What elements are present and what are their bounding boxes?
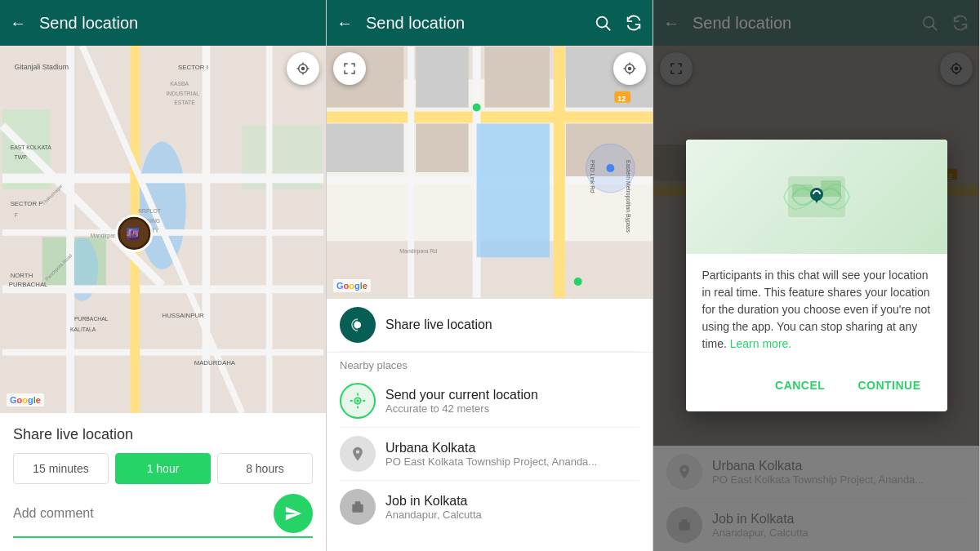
place-icon-1-mid	[340, 489, 376, 525]
svg-text:PURBACHAL: PURBACHAL	[74, 316, 109, 322]
svg-point-4	[138, 141, 186, 269]
bottom-panel-left: Share live location 15 minutes 1 hour 8 …	[0, 413, 326, 551]
svg-text:KALITALA: KALITALA	[70, 327, 96, 332]
svg-rect-97	[821, 180, 841, 197]
svg-rect-48	[554, 47, 565, 298]
svg-rect-13	[266, 46, 273, 413]
current-location-label: Send your current location	[385, 388, 639, 402]
duration-15min[interactable]: 15 minutes	[13, 453, 109, 484]
svg-text:🌆: 🌆	[126, 227, 140, 241]
dialog-overlay: Participants in this chat will see your …	[653, 0, 979, 551]
svg-text:SECTOR F: SECTOR F	[11, 200, 43, 207]
dialog-actions: CANCEL CONTINUE	[686, 366, 947, 411]
svg-point-42	[597, 17, 608, 28]
svg-text:ESTATE: ESTATE	[174, 100, 195, 105]
header-title-left: Send location	[39, 14, 316, 33]
current-location-sublabel: Accurate to 42 meters	[385, 402, 639, 415]
svg-rect-10	[66, 46, 74, 413]
svg-text:F: F	[15, 212, 18, 218]
svg-rect-55	[416, 123, 469, 172]
send-button[interactable]	[274, 494, 313, 533]
svg-rect-46	[327, 112, 653, 123]
current-location-item[interactable]: Send your current location Accurate to 4…	[340, 375, 639, 428]
svg-rect-53	[485, 47, 550, 107]
svg-point-70	[628, 67, 632, 71]
live-location-item[interactable]: Share live location	[340, 299, 639, 352]
comment-row	[13, 494, 313, 538]
list-section-mid: Share live location Nearby places Send y…	[327, 299, 653, 551]
dialog: Participants in this chat will see your …	[686, 140, 947, 411]
svg-line-43	[606, 26, 611, 30]
svg-text:PURBACHAL: PURBACHAL	[9, 281, 48, 288]
learn-more-link[interactable]: Learn more.	[730, 337, 791, 350]
live-location-label: Share live location	[385, 318, 639, 332]
panel-mid: ← Send location 12	[327, 0, 653, 551]
place-0-mid[interactable]: Urbana Kolkata PO East Kolkata Township …	[340, 428, 639, 481]
live-location-text: Share live location	[385, 318, 639, 332]
svg-text:INDUSTRIAL: INDUSTRIAL	[166, 91, 199, 96]
svg-text:RRPLOT: RRPLOT	[138, 208, 162, 214]
place-name-0-mid: Urbana Kolkata	[385, 441, 639, 455]
svg-text:NORTH: NORTH	[11, 272, 33, 279]
svg-rect-52	[416, 47, 469, 107]
svg-text:12: 12	[617, 95, 626, 103]
google-logo-mid: Google	[333, 279, 371, 292]
svg-text:HUSSAINPUR: HUSSAINPUR	[163, 312, 205, 319]
svg-text:TWP.: TWP.	[15, 154, 28, 160]
duration-8hours[interactable]: 8 hours	[217, 453, 313, 484]
map-mid[interactable]: 12 Eastern Metropolitan Bypass PRD Link …	[327, 46, 653, 299]
svg-rect-76	[355, 501, 361, 505]
header-mid: ← Send location	[327, 0, 653, 46]
svg-rect-58	[477, 123, 550, 257]
nearby-label: Nearby places	[340, 353, 639, 375]
place-icon-0-mid	[340, 436, 376, 472]
svg-text:Mandirpara Rd: Mandirpara Rd	[399, 248, 437, 255]
place-1-mid[interactable]: Job in Kolkata Anandapur, Calcutta	[340, 481, 639, 533]
dialog-continue-button[interactable]: CONTINUE	[844, 372, 933, 398]
svg-rect-12	[202, 46, 210, 413]
comment-input[interactable]	[13, 506, 267, 521]
place-text-0-mid: Urbana Kolkata PO East Kolkata Township …	[385, 441, 639, 468]
dialog-body: Participants in this chat will see your …	[686, 254, 947, 366]
locate-button-mid[interactable]	[613, 52, 646, 85]
live-location-icon	[340, 307, 376, 343]
svg-point-68	[606, 164, 614, 172]
refresh-icon-mid[interactable]	[625, 14, 643, 32]
svg-rect-8	[2, 285, 323, 293]
section-title-left: Share live location	[13, 426, 313, 443]
locate-button-left[interactable]	[287, 52, 319, 85]
current-location-icon	[340, 383, 376, 419]
svg-point-63	[473, 104, 481, 112]
dialog-text: Participants in this chat will see your …	[702, 267, 931, 353]
panel-left: ← Send location	[0, 0, 327, 551]
duration-1hour[interactable]: 1 hour	[115, 453, 211, 484]
svg-rect-54	[327, 123, 403, 172]
place-text-1-mid: Job in Kolkata Anandapur, Calcutta	[385, 494, 639, 521]
svg-point-64	[574, 278, 582, 286]
header-title-mid: Send location	[366, 14, 581, 33]
current-location-text: Send your current location Accurate to 4…	[385, 388, 639, 415]
svg-point-40	[301, 67, 305, 71]
google-logo-left: Google	[7, 393, 44, 407]
place-name-1-mid: Job in Kolkata	[385, 494, 639, 509]
dialog-cancel-button[interactable]: CANCEL	[762, 372, 838, 398]
back-button-left[interactable]: ←	[10, 14, 26, 33]
svg-rect-96	[792, 184, 813, 197]
place-addr-0-mid: PO East Kolkata Township Project, Ananda…	[385, 455, 639, 468]
search-icon-mid[interactable]	[594, 14, 612, 32]
map-left[interactable]: Gitanjali Stadium SECTOR I KASBA INDUSTR…	[0, 46, 326, 413]
svg-rect-9	[2, 349, 323, 356]
place-addr-1-mid: Anandapur, Calcutta	[385, 509, 639, 521]
svg-rect-50	[408, 47, 414, 298]
svg-text:SECTOR I: SECTOR I	[178, 64, 208, 71]
panel-right: ← Send location 12 Eastern Metropolitan …	[653, 0, 980, 551]
svg-text:Gitanjali Stadium: Gitanjali Stadium	[15, 63, 69, 71]
header-left: ← Send location	[0, 0, 326, 46]
svg-text:MADURDAHA: MADURDAHA	[194, 359, 236, 367]
dialog-image	[686, 140, 947, 254]
expand-button-mid[interactable]	[333, 52, 366, 85]
svg-point-74	[356, 399, 359, 402]
back-button-mid[interactable]: ←	[336, 14, 353, 33]
svg-text:EAST KOLKATA: EAST KOLKATA	[11, 144, 52, 150]
svg-text:KASBA: KASBA	[170, 81, 189, 87]
